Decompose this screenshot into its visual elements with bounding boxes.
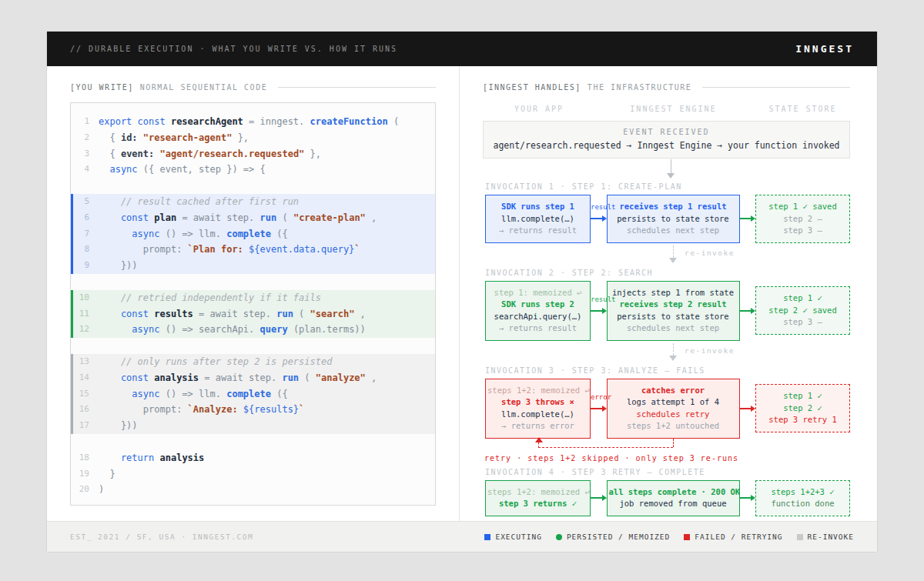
token-tpl: ${event.data.query} (249, 244, 354, 255)
box-line: function done (758, 498, 848, 510)
engine-box-4: all steps complete · 200 OKjob removed f… (607, 480, 740, 516)
lane-header-inngest-engine: INNGEST ENGINE (607, 105, 740, 113)
line-number: 17 (73, 418, 99, 434)
legend-label: EXECUTING (495, 533, 541, 541)
code-section-title: NORMAL SEQUENTIAL CODE (140, 83, 267, 92)
code-editor: 1export const researchAgent = inngest. c… (70, 102, 436, 506)
code-text: })) (99, 258, 138, 274)
invocation-label-3: INVOCATION 3 · STEP 3: ANALYZE — FAILS (485, 366, 850, 375)
legend: EXECUTINGPERSISTED / MEMOIZEDFAILED / RE… (484, 533, 854, 541)
box-line: step 3 — (758, 225, 848, 237)
box-line: SDK runs step 2 (487, 299, 588, 311)
infrastructure-panel: [INNGEST HANDLES] THE INFRASTRUCTURE YOU… (460, 66, 877, 521)
code-text: { event: "agent/research.requested" }, (99, 146, 321, 162)
content-area: [YOU WRITE] NORMAL SEQUENTIAL CODE 1expo… (47, 66, 877, 521)
line-number: 9 (73, 258, 99, 274)
arrow-shaft (591, 218, 602, 219)
legend-swatch-icon (484, 534, 490, 540)
dashed-arrow-line (673, 245, 674, 258)
code-line-11: 11 const results = await step. run ( "se… (71, 306, 435, 322)
token-fn: run (276, 309, 293, 319)
code-text: async ({ event, step }) => { (99, 162, 266, 178)
dashed-arrow-line (673, 343, 674, 356)
result-arrow-4 (591, 486, 607, 509)
box-line: schedules retry (609, 409, 738, 421)
token-pun: })) (99, 260, 138, 271)
code-line-12: 12 async () => searchApi. query (plan.te… (71, 322, 435, 338)
box-line: step 2 — (758, 213, 848, 225)
section-rule (278, 87, 436, 88)
legend-swatch-icon (556, 534, 562, 540)
lane-headers: YOUR APPINNGEST ENGINESTATE STORE (485, 105, 850, 113)
arrow-label: result (591, 203, 607, 211)
event-banner-subtitle: agent/research.requested → Inngest Engin… (487, 140, 846, 151)
line-number: 2 (73, 130, 99, 146)
line-number: 5 (73, 194, 99, 210)
app-box-1: SDK runs step 1llm.complete(…)→ returns … (485, 195, 591, 243)
arrow-shaft (740, 218, 752, 219)
code-spacer (71, 338, 435, 354)
state-box-2: step 1 ✓step 2 ✓ savedstep 3 — (755, 286, 850, 335)
arrow-line (671, 159, 671, 173)
token-pun: = await step. (176, 212, 259, 223)
token-pun: prompt: (99, 244, 188, 255)
token-pun: , (366, 372, 377, 383)
arrow-head-icon (667, 173, 675, 179)
token-pun: () => llm. (159, 229, 226, 239)
box-line: all steps complete · 200 OK (609, 486, 738, 499)
token-pun: ( (276, 212, 293, 223)
code-line-19: 19 } (71, 466, 435, 482)
token-pun: ( (293, 309, 310, 319)
code-text: async () => llm. complete ({ (99, 226, 288, 242)
arrow-head-icon (535, 437, 543, 442)
token-fn: query (260, 324, 288, 335)
box-line: step 1 ✓ saved (758, 201, 848, 213)
infra-section-header: [INNGEST HANDLES] THE INFRASTRUCTURE (483, 82, 850, 92)
footer-text: EST_ 2021 / SF, USA · INNGEST.COM (70, 533, 253, 541)
arrow-shaft (740, 310, 752, 312)
arrow-head-icon (602, 406, 607, 412)
legend-swatch-icon (684, 534, 690, 540)
token-str: "agent/research.requested" (160, 149, 305, 159)
code-text: export const researchAgent = inngest. cr… (99, 114, 399, 130)
code-text: // retried independently if it fails (99, 290, 321, 306)
invocation-rows: INVOCATION 1 · STEP 1: CREATE-PLANSDK ru… (483, 182, 850, 516)
token-kw: const (99, 212, 154, 223)
code-line-2: 2 { id: "research-agent" }, (71, 130, 435, 146)
token-ident: plan (154, 212, 176, 223)
code-line-5: 5 // result cached after first run (71, 194, 435, 210)
code-text: prompt: `Analyze: ${results}` (99, 402, 304, 418)
header-title: // DURABLE EXECUTION · WHAT YOU WRITE VS… (70, 45, 397, 53)
box-line: steps 1+2: memoized ↩ (487, 486, 588, 499)
code-text: prompt: `Plan for: ${event.data.query}` (99, 242, 360, 258)
code-line-18: 18 return analysis (71, 450, 435, 466)
code-line-7: 7 async () => llm. complete ({ (71, 226, 435, 242)
token-fn: complete (226, 229, 271, 239)
token-kw: async (99, 324, 159, 335)
token-pun: { (99, 132, 121, 143)
lane-header-state-store: STATE STORE (755, 105, 850, 113)
footer-bar: EST_ 2021 / SF, USA · INNGEST.COM EXECUT… (47, 521, 877, 552)
arrow-label: error (591, 393, 607, 401)
token-str: `Analyze: (188, 404, 243, 415)
code-text: return analysis (99, 450, 204, 466)
code-spacer (71, 178, 435, 194)
section-rule (702, 87, 850, 88)
code-text: // result cached after first run (99, 194, 299, 210)
retry-loop-segment (538, 447, 673, 448)
code-text: })) (99, 418, 138, 434)
box-line: step 3 retry 1 (758, 414, 848, 426)
token-pun: () => searchApi. (159, 324, 259, 335)
token-fn: run (282, 372, 299, 383)
retry-label: retry · steps 1+2 skipped · only step 3 … (483, 454, 740, 466)
box-line: logs attempt 1 of 4 (609, 396, 738, 409)
legend-label: FAILED / RETRYING (695, 533, 782, 541)
box-line: step 2 ✓ (758, 402, 848, 415)
lane-spacer (593, 105, 607, 113)
arrow-shaft (591, 497, 602, 499)
box-line: llm.complete(…) (487, 409, 588, 421)
legend-swatch-icon (797, 534, 803, 540)
engine-box-3: catches errorlogs attempt 1 of 4schedule… (607, 379, 740, 439)
legend-item: PERSISTED / MEMOIZED (556, 533, 670, 541)
persist-arrow-2 (740, 299, 756, 322)
